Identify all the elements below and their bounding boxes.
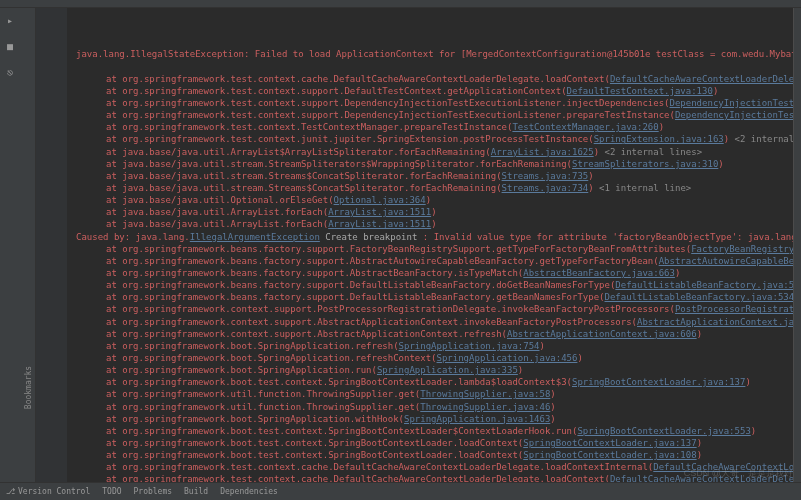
stack-link[interactable]: AbstractBeanFactory.java:663	[523, 268, 675, 278]
stack-link[interactable]: Optional.java:364	[334, 195, 426, 205]
console-line: at org.springframework.beans.factory.sup…	[76, 243, 785, 255]
stack-link[interactable]: Streams.java:735	[502, 171, 589, 181]
create-breakpoint[interactable]: Create breakpoint	[320, 232, 423, 242]
console-line: at org.springframework.boot.SpringApplic…	[76, 352, 785, 364]
console-line: at org.springframework.context.support.P…	[76, 303, 785, 315]
stack-link[interactable]: DefaultCacheAwareContextLoaderDelegate.j…	[610, 74, 793, 84]
editor-top-bar	[0, 0, 801, 8]
console-line: at org.springframework.test.context.Test…	[76, 121, 785, 133]
console-line: at org.springframework.context.support.A…	[76, 316, 785, 328]
watermark: CSDN @大哥，是是是我好	[684, 467, 793, 480]
console-line: Caused by: java.lang.IllegalArgumentExce…	[76, 231, 785, 243]
stack-link[interactable]: ArrayList.java:1511	[328, 219, 431, 229]
console-line: at org.springframework.beans.factory.sup…	[76, 291, 785, 303]
stack-link[interactable]: SpringBootContextLoader.java:108	[523, 450, 696, 460]
console-line: at java.base/java.util.ArrayList.forEach…	[76, 218, 785, 230]
stack-link[interactable]: SpringApplication.java:1463	[404, 414, 550, 424]
right-gutter	[793, 8, 801, 482]
stack-link[interactable]: AbstractApplicationContext.java:606	[507, 329, 697, 339]
stack-link[interactable]: AbstractAutowireCapableBeanFactory.java:…	[659, 256, 793, 266]
console-line: at org.springframework.test.context.supp…	[76, 97, 785, 109]
status-problems[interactable]: Problems	[134, 487, 173, 496]
stack-link[interactable]: StreamSpliterators.java:310	[572, 159, 718, 169]
console-line: at java.base/java.util.stream.Streams$Co…	[76, 182, 785, 194]
stack-link[interactable]: FactoryBeanRegistrySupport.java:86	[691, 244, 793, 254]
console-line: at org.springframework.beans.factory.sup…	[76, 267, 785, 279]
stack-link[interactable]: TestContextManager.java:260	[512, 122, 658, 132]
stack-link[interactable]: DependencyInjectionTestExecutionListener…	[670, 98, 793, 108]
console-line: at org.springframework.test.context.supp…	[76, 85, 785, 97]
status-todo[interactable]: TODO	[102, 487, 121, 496]
console-line: at java.base/java.util.stream.Streams$Co…	[76, 170, 785, 182]
bookmarks-tab[interactable]: Bookmarks	[23, 366, 32, 409]
main-area: ▸ ■ ⎋ Bookmarks java.lang.IllegalStateEx…	[0, 8, 801, 482]
stack-link[interactable]: SpringApplication.java:754	[399, 341, 540, 351]
console-line: at org.springframework.beans.factory.sup…	[76, 279, 785, 291]
console-line: at org.springframework.context.support.A…	[76, 328, 785, 340]
stack-link[interactable]: SpringApplication.java:456	[437, 353, 578, 363]
stack-link[interactable]: SpringBootContextLoader.java:137	[572, 377, 745, 387]
status-dependencies[interactable]: Dependencies	[220, 487, 278, 496]
status-bar: ⎇Version Control TODO Problems Build Dep…	[0, 482, 801, 500]
console-line: at org.springframework.util.function.Thr…	[76, 401, 785, 413]
tool-gutter: ▸ ■ ⎋	[0, 8, 20, 482]
console-line	[76, 61, 785, 73]
status-vcs[interactable]: ⎇Version Control	[6, 487, 90, 496]
console-line: at org.springframework.test.context.cach…	[76, 73, 785, 85]
stack-link[interactable]: ArrayList.java:1625	[491, 147, 594, 157]
console-line: at org.springframework.test.context.cach…	[76, 473, 785, 482]
console-line: at java.base/java.util.Optional.orElseGe…	[76, 194, 785, 206]
stack-link[interactable]: ThrowingSupplier.java:58	[420, 389, 550, 399]
console-line: at org.springframework.util.function.Thr…	[76, 388, 785, 400]
stack-link[interactable]: PostProcessorRegistrationDelegate.java:1…	[675, 304, 793, 314]
console-line: at org.springframework.beans.factory.sup…	[76, 255, 785, 267]
status-build[interactable]: Build	[184, 487, 208, 496]
console-line: at java.base/java.util.ArrayList.forEach…	[76, 206, 785, 218]
stack-link[interactable]: DefaultTestContext.java:130	[567, 86, 713, 96]
console-line: at org.springframework.boot.test.context…	[76, 425, 785, 437]
console-line: at org.springframework.boot.test.context…	[76, 449, 785, 461]
stack-link[interactable]: SpringExtension.java:163	[594, 134, 724, 144]
branch-icon: ⎇	[6, 487, 15, 496]
console-line: at org.springframework.boot.test.context…	[76, 376, 785, 388]
console-line: at org.springframework.boot.test.context…	[76, 437, 785, 449]
console-line: at org.springframework.test.context.juni…	[76, 133, 785, 145]
console-panel: java.lang.IllegalStateException: Failed …	[36, 8, 793, 482]
stack-link[interactable]: SpringApplication.java:335	[377, 365, 518, 375]
exception-link[interactable]: IllegalArgumentException	[190, 232, 320, 242]
console-line: at org.springframework.boot.SpringApplic…	[76, 413, 785, 425]
stack-link[interactable]: ArrayList.java:1511	[328, 207, 431, 217]
console-line: at java.base/java.util.ArrayList$ArrayLi…	[76, 146, 785, 158]
console-gutter	[36, 8, 68, 482]
stack-link[interactable]: SpringBootContextLoader.java:137	[523, 438, 696, 448]
stack-link[interactable]: AbstractApplicationContext.java:788	[637, 317, 793, 327]
stack-link[interactable]: DefaultListableBeanFactory.java:534	[605, 292, 794, 302]
rerun-icon[interactable]: ▸	[4, 14, 16, 26]
exit-icon[interactable]: ⎋	[4, 66, 16, 78]
console-line: java.lang.IllegalStateException: Failed …	[76, 48, 785, 60]
console-line: at org.springframework.boot.SpringApplic…	[76, 364, 785, 376]
console-output[interactable]: java.lang.IllegalStateException: Failed …	[36, 8, 793, 482]
stop-icon[interactable]: ■	[4, 40, 16, 52]
console-line: at java.base/java.util.stream.StreamSpli…	[76, 158, 785, 170]
console-line: at org.springframework.test.context.supp…	[76, 109, 785, 121]
stack-link[interactable]: Streams.java:734	[502, 183, 589, 193]
console-line: at org.springframework.boot.SpringApplic…	[76, 340, 785, 352]
console-line: at org.springframework.test.context.cach…	[76, 461, 785, 473]
stack-link[interactable]: ThrowingSupplier.java:46	[420, 402, 550, 412]
stack-link[interactable]: SpringBootContextLoader.java:553	[577, 426, 750, 436]
stack-link[interactable]: DefaultListableBeanFactory.java:575	[615, 280, 793, 290]
stack-link[interactable]: DependencyInjectionTestExecutionListener…	[675, 110, 793, 120]
left-tool-tabs: Bookmarks	[20, 8, 36, 482]
